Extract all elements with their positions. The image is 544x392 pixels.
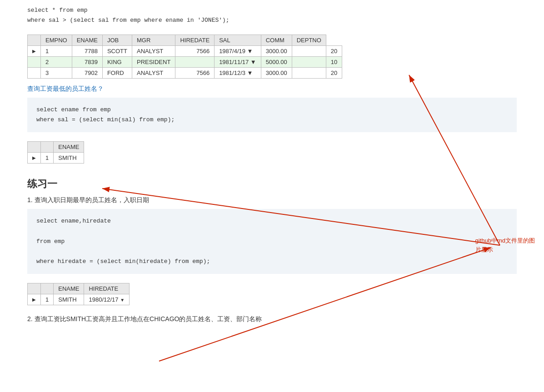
st1-num-cell: 1 — [41, 153, 54, 164]
sql2-line2: where sal = (select min(sal) from emp); — [36, 115, 508, 125]
top-sql-line2: where sal > (select sal from emp where e… — [27, 15, 517, 25]
table-row: ▶17788SCOTTANALYST75661987/4/19 ▼3000.00… — [28, 46, 342, 57]
small-result-table1: ENAME ▶ 1 SMITH — [27, 141, 84, 164]
sql3-line4 — [36, 247, 508, 257]
table-row: ▶ 1 SMITH — [28, 153, 84, 164]
annotation-line1: github中md文件里的图 — [475, 237, 535, 244]
ename-cell: SCOTT — [102, 46, 132, 57]
col-deptno-header: DEPTNO — [292, 35, 326, 46]
col-arrow-header — [28, 35, 41, 46]
st2-hiredate-cell: 1980/12/17 ▼ — [84, 294, 130, 305]
exercise2-label: 2. 查询工资比SMITH工资高并且工作地点在CHICAGO的员工姓名、工资、部… — [27, 315, 517, 323]
sal-cell: 3000.00 — [261, 68, 292, 79]
ename-cell: KING — [102, 57, 132, 68]
exercise1-label: 1. 查询入职日期最早的员工姓名，入职日期 — [27, 196, 517, 204]
st2-arrow-cell: ▶ — [28, 294, 41, 305]
annotation-block: github中md文件里的图 片显示 — [475, 236, 535, 254]
deptno-cell: 20 — [326, 46, 342, 57]
st2-num-header — [41, 283, 54, 294]
st1-ename-header: ENAME — [54, 142, 84, 153]
deptno-cell: 20 — [326, 68, 342, 79]
hiredate-cell: 1981/11/17 ▼ — [215, 57, 261, 68]
hiredate-cell: 1981/12/3 ▼ — [215, 68, 261, 79]
deptno-cell: 10 — [326, 57, 342, 68]
small-table1-wrapper: ENAME ▶ 1 SMITH — [27, 137, 517, 168]
st2-hiredate-header: HIREDATE — [84, 283, 130, 294]
top-sql-block: select * from emp where sal > (select sa… — [27, 4, 517, 27]
page-container: select * from emp where sal > (select sa… — [0, 0, 544, 392]
main-result-table: EMPNO ENAME JOB MGR HIREDATE SAL COMM DE… — [27, 35, 342, 79]
col-mgr-header: MGR — [132, 35, 175, 46]
table-row: 37902FORDANALYST75661981/12/3 ▼3000.0020 — [28, 68, 342, 79]
comm-cell — [292, 68, 326, 79]
col-comm-header: COMM — [261, 35, 292, 46]
st1-arrow-header — [28, 142, 41, 153]
hiredate-cell: 1987/4/19 ▼ — [215, 46, 261, 57]
sql3-line3: from emp — [36, 237, 508, 247]
row-arrow-cell — [28, 68, 41, 79]
table-row: ▶ 1 SMITH 1980/12/17 ▼ — [28, 294, 130, 305]
small-result-table2: ENAME HIREDATE ▶ 1 SMITH 1980/12/17 ▼ — [27, 283, 130, 305]
row-num-cell: 1 — [41, 46, 72, 57]
sql2-block: select ename from emp where sal = (selec… — [27, 98, 517, 132]
sal-cell: 3000.00 — [261, 46, 292, 57]
sal-cell: 5000.00 — [261, 57, 292, 68]
sql3-line2 — [36, 226, 508, 236]
col-job-header: JOB — [102, 35, 132, 46]
row-num-cell: 3 — [41, 68, 72, 79]
st1-smith-cell: SMITH — [54, 153, 84, 164]
comm-cell — [292, 57, 326, 68]
table-row: 27839KINGPRESIDENT1981/11/17 ▼5000.0010 — [28, 57, 342, 68]
sql3-block: select ename,hiredate from emp where hir… — [27, 209, 517, 273]
row-arrow-cell: ▶ — [28, 46, 41, 57]
col-ename-header: ENAME — [72, 35, 102, 46]
sql3-line5: where hiredate = (select min(hiredate) f… — [36, 257, 508, 267]
st2-arrow-header — [28, 283, 41, 294]
section-title: 练习一 — [27, 177, 517, 191]
empno-cell: 7902 — [72, 68, 102, 79]
small-table2-wrapper: ENAME HIREDATE ▶ 1 SMITH 1980/12/17 ▼ — [27, 278, 517, 310]
job-cell: PRESIDENT — [132, 57, 175, 68]
st2-ename-header: ENAME — [54, 283, 84, 294]
annotation-line2: 片显示 — [475, 246, 493, 253]
mgr-cell: 7566 — [175, 46, 215, 57]
job-cell: ANALYST — [132, 46, 175, 57]
col-empno-header: EMPNO — [41, 35, 72, 46]
col-sal-header: SAL — [215, 35, 261, 46]
mgr-cell: 7566 — [175, 68, 215, 79]
st2-smith-cell: SMITH — [54, 294, 84, 305]
mgr-cell — [175, 57, 215, 68]
row-num-cell: 2 — [41, 57, 72, 68]
job-cell: ANALYST — [132, 68, 175, 79]
col-hiredate-header: HIREDATE — [175, 35, 215, 46]
comm-cell — [292, 46, 326, 57]
top-sql-line1: select * from emp — [27, 5, 517, 15]
st1-num-header — [41, 142, 54, 153]
sql2-line1: select ename from emp — [36, 105, 508, 115]
question1-text: 查询工资最低的员工姓名？ — [27, 85, 517, 93]
ename-cell: FORD — [102, 68, 132, 79]
row-arrow-cell — [28, 57, 41, 68]
sql3-line1: select ename,hiredate — [36, 216, 508, 226]
main-table-wrapper: EMPNO ENAME JOB MGR HIREDATE SAL COMM DE… — [27, 35, 517, 79]
empno-cell: 7839 — [72, 57, 102, 68]
empno-cell: 7788 — [72, 46, 102, 57]
st1-arrow-cell: ▶ — [28, 153, 41, 164]
st2-num-cell: 1 — [41, 294, 54, 305]
